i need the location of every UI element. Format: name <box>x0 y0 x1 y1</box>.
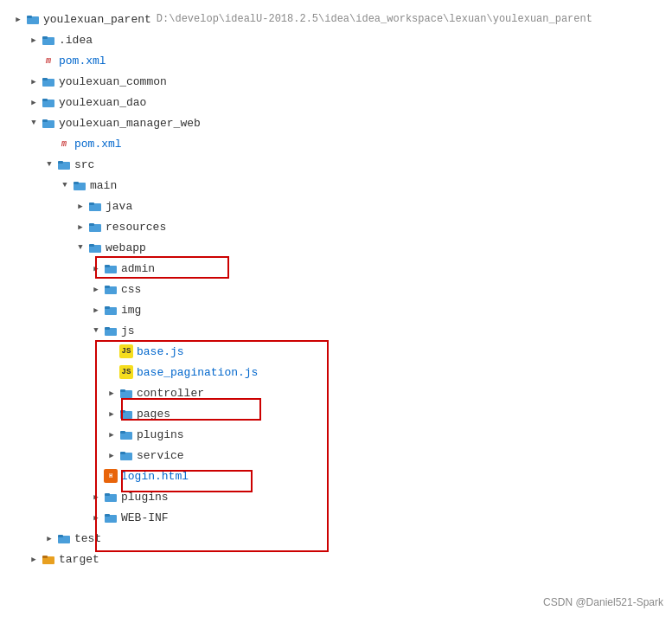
tree-item-youlexuan_manager_web[interactable]: ▼ youlexuan_manager_web <box>9 112 663 133</box>
tree-item-youlexuan_common[interactable]: ▶ youlexuan_common <box>9 71 663 92</box>
arrow-youlexuan_common[interactable]: ▶ <box>28 75 40 87</box>
arrow-js[interactable]: ▼ <box>90 325 102 337</box>
tree-item-css[interactable]: ▶ css <box>9 279 663 299</box>
svg-rect-29 <box>120 389 125 392</box>
label-youlexuan_parent: youlexuan_parent <box>43 13 151 26</box>
label-target: target <box>59 553 99 566</box>
arrow-webinf[interactable]: ▶ <box>90 511 102 524</box>
arrow-src[interactable]: ▼ <box>43 158 55 170</box>
folder-icon-src <box>57 157 71 171</box>
svg-rect-11 <box>58 161 63 164</box>
tree-item-youlexuan_parent[interactable]: ▶ youlexuan_parentD:\develop\idealU-2018… <box>9 9 663 29</box>
svg-rect-3 <box>42 36 48 39</box>
arrow-placeholder <box>28 55 40 67</box>
svg-rect-25 <box>105 306 110 309</box>
tree-item-main[interactable]: ▼ main <box>9 175 663 196</box>
label-youlexuan_common: youlexuan_common <box>59 75 167 88</box>
arrow-img[interactable]: ▶ <box>90 304 102 316</box>
tree-item-js[interactable]: ▼ js <box>9 320 663 341</box>
path-youlexuan_parent: D:\develop\idealU-2018.2.5\idea\idea_wor… <box>157 13 592 25</box>
folder-icon-plugins2 <box>104 490 118 504</box>
arrow-service[interactable]: ▶ <box>106 449 118 461</box>
folder-icon-youlexuan_common <box>42 74 55 88</box>
folder-icon-admin <box>104 261 118 275</box>
tree-item-pom_manager[interactable]: mpom.xml <box>9 133 663 154</box>
svg-rect-21 <box>105 265 110 267</box>
arrow-plugins2[interactable]: ▶ <box>90 491 102 503</box>
tree-item-idea[interactable]: ▶ .idea <box>9 29 663 50</box>
arrow-webapp[interactable]: ▼ <box>74 241 86 254</box>
tree-item-service[interactable]: ▶ service <box>9 445 663 466</box>
tree-item-test[interactable]: ▶ test <box>9 528 663 549</box>
label-base_pagination_js: base_pagination.js <box>137 366 258 379</box>
arrow-placeholder <box>106 366 118 378</box>
arrow-java[interactable]: ▶ <box>74 200 86 212</box>
watermark: CSDN @Daniel521-Spark <box>543 596 663 608</box>
arrow-main[interactable]: ▼ <box>59 179 71 191</box>
arrow-controller[interactable]: ▶ <box>106 387 118 399</box>
label-youlexuan_manager_web: youlexuan_manager_web <box>59 117 201 130</box>
tree-item-java[interactable]: ▶ java <box>9 196 663 216</box>
arrow-pages[interactable]: ▶ <box>106 408 118 420</box>
label-pom_root: pom.xml <box>59 55 106 67</box>
folder-icon-controller <box>119 386 133 400</box>
folder-icon-webinf <box>104 511 118 524</box>
folder-icon-service <box>119 448 133 462</box>
folder-icon-css <box>104 282 118 296</box>
folder-icon-resources <box>88 220 102 234</box>
tree-item-plugins[interactable]: ▶ plugins <box>9 424 663 445</box>
tree-item-controller[interactable]: ▶ controller <box>9 382 663 403</box>
svg-rect-31 <box>120 410 125 413</box>
label-idea: .idea <box>59 34 93 47</box>
label-java: java <box>106 200 132 213</box>
svg-rect-41 <box>58 535 63 537</box>
label-webapp: webapp <box>106 241 146 254</box>
svg-rect-5 <box>42 78 48 80</box>
arrow-resources[interactable]: ▶ <box>74 221 86 233</box>
folder-icon-pages <box>119 407 133 421</box>
label-css: css <box>121 283 141 296</box>
tree-item-youlexuan_dao[interactable]: ▶ youlexuan_dao <box>9 92 663 112</box>
tree-item-plugins2[interactable]: ▶ plugins <box>9 486 663 507</box>
arrow-placeholder <box>43 138 55 150</box>
arrow-idea[interactable]: ▶ <box>28 34 40 46</box>
svg-rect-33 <box>120 431 125 434</box>
tree-item-resources[interactable]: ▶ resources <box>9 216 663 237</box>
label-img: img <box>121 304 141 317</box>
label-login_html: login.html <box>121 470 189 483</box>
label-plugins: plugins <box>137 428 184 441</box>
svg-rect-35 <box>120 452 125 454</box>
tree-item-webinf[interactable]: ▶ WEB-INF <box>9 507 663 528</box>
arrow-css[interactable]: ▶ <box>90 283 102 295</box>
tree-item-login_html[interactable]: Hlogin.html <box>9 466 663 486</box>
svg-rect-1 <box>27 16 32 18</box>
folder-icon-plugins <box>119 427 133 441</box>
arrow-plugins[interactable]: ▶ <box>106 428 118 440</box>
tree-item-base_pagination_js[interactable]: JSbase_pagination.js <box>9 362 663 382</box>
arrow-placeholder <box>90 470 102 482</box>
arrow-youlexuan_manager_web[interactable]: ▼ <box>28 117 40 129</box>
tree-item-src[interactable]: ▼ src <box>9 154 663 175</box>
tree-item-pages[interactable]: ▶ pages <box>9 403 663 424</box>
tree-item-base_js[interactable]: JSbase.js <box>9 341 663 362</box>
svg-rect-43 <box>42 556 48 558</box>
tree-item-target[interactable]: ▶ target <box>9 549 663 569</box>
folder-icon-youlexuan_dao <box>42 95 55 109</box>
folder-icon-img <box>104 303 118 317</box>
tree-item-img[interactable]: ▶ img <box>9 299 663 320</box>
arrow-youlexuan_dao[interactable]: ▶ <box>28 96 40 108</box>
tree-item-pom_root[interactable]: mpom.xml <box>9 50 663 71</box>
label-controller: controller <box>137 387 204 400</box>
arrow-admin[interactable]: ▶ <box>90 262 102 274</box>
arrow-youlexuan_parent[interactable]: ▶ <box>12 13 24 25</box>
folder-icon-youlexuan_parent <box>26 12 40 26</box>
folder-icon-target <box>42 552 55 566</box>
label-pom_manager: pom.xml <box>74 138 122 151</box>
arrow-test[interactable]: ▶ <box>43 532 55 544</box>
label-pages: pages <box>137 408 170 421</box>
tree-item-webapp[interactable]: ▼ webapp <box>9 237 663 258</box>
svg-rect-27 <box>105 327 110 330</box>
arrow-target[interactable]: ▶ <box>28 553 40 565</box>
svg-rect-13 <box>74 182 79 184</box>
tree-item-admin[interactable]: ▶ admin <box>9 258 663 279</box>
